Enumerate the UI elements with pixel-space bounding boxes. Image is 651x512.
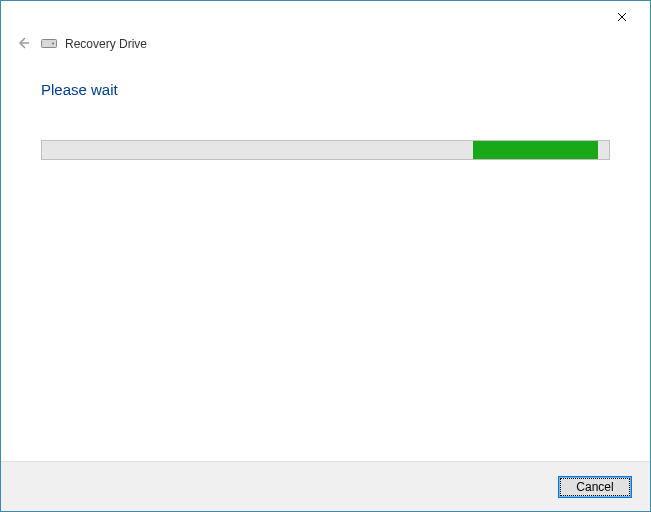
progress-bar <box>41 140 610 160</box>
back-arrow-icon <box>15 35 31 54</box>
svg-point-4 <box>52 43 54 45</box>
content-area: Please wait <box>1 57 650 461</box>
close-button[interactable] <box>602 5 642 29</box>
footer: Cancel <box>1 461 650 511</box>
page-heading: Please wait <box>41 81 610 98</box>
drive-icon <box>41 38 57 50</box>
header-row: Recovery Drive <box>1 31 650 57</box>
cancel-button[interactable]: Cancel <box>558 476 632 498</box>
back-button <box>13 34 33 54</box>
window-title: Recovery Drive <box>65 37 147 51</box>
titlebar <box>1 1 650 31</box>
svg-rect-3 <box>42 40 57 48</box>
wizard-window: Recovery Drive Please wait Cancel <box>0 0 651 512</box>
progress-fill <box>473 141 598 159</box>
close-icon <box>617 10 627 25</box>
